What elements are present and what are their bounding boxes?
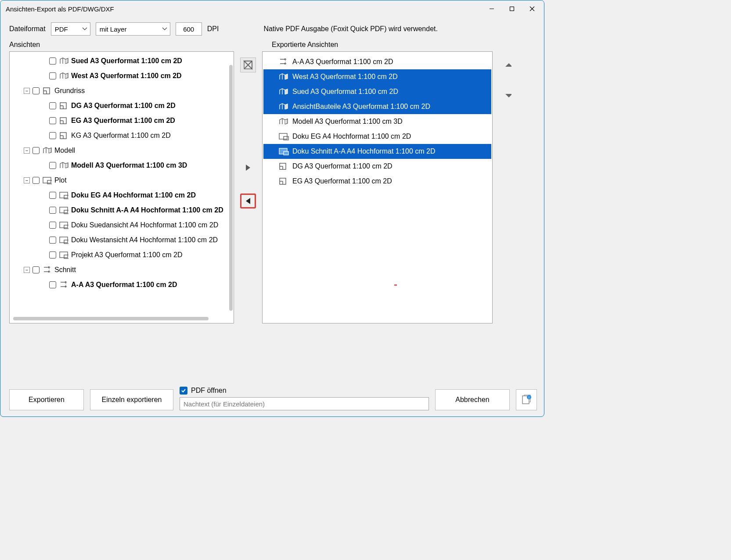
dpi-input[interactable] xyxy=(176,22,202,36)
checkbox[interactable] xyxy=(49,222,56,229)
checkbox[interactable] xyxy=(49,162,56,169)
export-dialog: Ansichten-Export als PDF/DWG/DXF Dateifo… xyxy=(0,0,544,417)
plot-icon xyxy=(278,132,290,141)
tree-item[interactable]: Modell A3 Querformat 1:100 cm 3D xyxy=(12,158,234,173)
exported-item[interactable]: Modell A3 Querformat 1:100 cm 3D xyxy=(263,114,491,129)
checkbox[interactable] xyxy=(49,102,56,109)
window-title: Ansichten-Export als PDF/DWG/DXF xyxy=(6,5,114,13)
elev-icon xyxy=(278,72,290,81)
tree-item[interactable]: Doku Westansicht A4 Hochformat 1:100 cm … xyxy=(12,233,234,248)
tree-item[interactable]: Projekt A3 Querformat 1:100 cm 2D xyxy=(12,248,234,262)
plan-icon xyxy=(59,101,68,110)
tree-item[interactable]: Doku EG A4 Hochformat 1:100 cm 2D xyxy=(12,188,234,203)
maximize-button[interactable] xyxy=(502,2,522,16)
remove-from-export-button[interactable] xyxy=(240,194,256,208)
tree-item[interactable]: Doku Suedansicht A4 Hochformat 1:100 cm … xyxy=(12,218,234,233)
checkbox[interactable] xyxy=(49,237,56,244)
exported-list[interactable]: A-A A3 Querformat 1:100 cm 2DWest A3 Que… xyxy=(263,54,491,320)
exported-item-label: West A3 Querformat 1:100 cm 2D xyxy=(292,72,399,81)
checkbox[interactable] xyxy=(49,57,56,65)
tree-scrollbar-horizontal[interactable] xyxy=(13,316,230,321)
exported-item[interactable]: A-A A3 Querformat 1:100 cm 2D xyxy=(263,54,491,69)
tree-item-label: Doku Schnitt A-A A4 Hochformat 1:100 cm … xyxy=(71,206,223,214)
tree-item-label: Grundriss xyxy=(54,87,85,95)
tree-item-label: Plot xyxy=(54,176,67,184)
exported-item[interactable]: EG A3 Querformat 1:100 cm 2D xyxy=(263,174,491,189)
checkbox[interactable] xyxy=(49,281,56,288)
close-button[interactable] xyxy=(522,2,542,16)
plot-icon xyxy=(59,236,68,244)
views-tree[interactable]: Sued A3 Querformat 1:100 cm 2DWest A3 Qu… xyxy=(10,52,234,315)
exported-item-label: Sued A3 Querformat 1:100 cm 2D xyxy=(292,87,399,96)
exported-item[interactable]: Doku EG A4 Hochformat 1:100 cm 2D xyxy=(263,129,491,144)
tree-item-label: Schnitt xyxy=(54,266,76,274)
views-heading: Ansichten xyxy=(9,41,246,49)
minimize-button[interactable] xyxy=(482,2,502,16)
checkbox[interactable] xyxy=(32,177,40,184)
tree-group[interactable]: −Modell xyxy=(12,143,234,158)
svg-rect-1 xyxy=(510,7,514,11)
tree-item-label: Modell xyxy=(54,147,75,154)
checkbox[interactable] xyxy=(49,207,56,214)
exported-item[interactable]: AnsichtBauteile A3 Querformat 1:100 cm 2… xyxy=(263,99,491,114)
checkbox[interactable] xyxy=(49,117,56,124)
svg-rect-42 xyxy=(284,151,288,155)
tree-item[interactable]: West A3 Querformat 1:100 cm 2D xyxy=(12,68,234,83)
tree-item-label: A-A A3 Querformat 1:100 cm 2D xyxy=(71,281,177,289)
layer-select[interactable]: mit Layer xyxy=(96,22,170,36)
select-toggle-button[interactable] xyxy=(240,57,256,72)
collapse-toggle[interactable]: − xyxy=(24,147,30,154)
tree-group[interactable]: −Grundriss xyxy=(12,83,234,98)
exported-item-label: Modell A3 Querformat 1:100 cm 3D xyxy=(292,117,403,126)
suffix-input[interactable] xyxy=(180,397,429,410)
help-button[interactable]: i xyxy=(516,389,537,410)
plan-icon xyxy=(42,86,52,95)
tree-item[interactable]: A-A A3 Querformat 1:100 cm 2D xyxy=(12,277,234,292)
tree-item[interactable]: EG A3 Querformat 1:100 cm 2D xyxy=(12,113,234,128)
checkbox[interactable] xyxy=(49,192,56,199)
checkbox[interactable] xyxy=(32,266,40,273)
collapse-toggle[interactable]: − xyxy=(24,177,30,183)
exported-heading: Exportierte Ansichten xyxy=(272,41,338,49)
svg-rect-40 xyxy=(284,136,288,140)
exported-item-label: Doku Schnitt A-A A4 Hochformat 1:100 cm … xyxy=(292,147,436,156)
add-to-export-button[interactable] xyxy=(240,160,256,175)
exported-item[interactable]: West A3 Querformat 1:100 cm 2D xyxy=(263,69,491,84)
collapse-toggle[interactable]: − xyxy=(24,267,30,273)
exported-item[interactable]: DG A3 Querformat 1:100 cm 2D xyxy=(263,159,491,174)
check-icon xyxy=(180,387,187,395)
exported-list-panel: A-A A3 Querformat 1:100 cm 2DWest A3 Que… xyxy=(262,51,493,323)
exported-item[interactable]: Doku Schnitt A-A A4 Hochformat 1:100 cm … xyxy=(263,144,491,159)
model-icon xyxy=(59,161,68,170)
tree-group[interactable]: −Plot xyxy=(12,173,234,188)
export-single-button[interactable]: Einzeln exportieren xyxy=(90,389,173,410)
info-text: Native PDF Ausgabe (Foxit Quick PDF) wir… xyxy=(263,25,535,33)
checkbox[interactable] xyxy=(49,132,56,139)
tree-item-label: Doku Westansicht A4 Hochformat 1:100 cm … xyxy=(71,236,218,244)
move-up-button[interactable] xyxy=(502,60,514,70)
checkbox[interactable] xyxy=(49,251,56,258)
collapse-toggle[interactable]: − xyxy=(24,88,30,94)
bottom-bar: Exportieren Einzeln exportieren PDF öffn… xyxy=(0,382,544,416)
tree-group[interactable]: −Schnitt xyxy=(12,262,234,277)
plot-icon xyxy=(59,221,68,230)
exported-item[interactable]: Sued A3 Querformat 1:100 cm 2D xyxy=(263,84,491,99)
checkbox[interactable] xyxy=(32,87,40,94)
tree-scrollbar-vertical[interactable] xyxy=(229,65,233,311)
tree-item[interactable]: KG A3 Querformat 1:100 cm 2D xyxy=(12,128,234,143)
checkbox[interactable] xyxy=(49,72,56,79)
checkbox[interactable] xyxy=(32,147,40,154)
tree-item-label: Modell A3 Querformat 1:100 cm 3D xyxy=(71,162,187,169)
tree-item[interactable]: Sued A3 Querformat 1:100 cm 2D xyxy=(12,54,234,68)
export-button[interactable]: Exportieren xyxy=(9,389,84,410)
cancel-button[interactable]: Abbrechen xyxy=(435,389,510,410)
tree-item[interactable]: DG A3 Querformat 1:100 cm 2D xyxy=(12,98,234,113)
section-icon xyxy=(42,266,52,274)
tree-item[interactable]: Doku Schnitt A-A A4 Hochformat 1:100 cm … xyxy=(12,203,234,218)
format-select[interactable]: PDF xyxy=(51,22,90,36)
move-down-button[interactable] xyxy=(502,91,514,101)
open-pdf-checkbox[interactable]: PDF öffnen xyxy=(180,387,429,395)
tree-item-label: DG A3 Querformat 1:100 cm 2D xyxy=(71,102,176,110)
views-tree-panel: Sued A3 Querformat 1:100 cm 2DWest A3 Qu… xyxy=(9,51,234,323)
top-controls: Dateiformat PDF mit Layer DPI Native PDF… xyxy=(0,17,544,39)
